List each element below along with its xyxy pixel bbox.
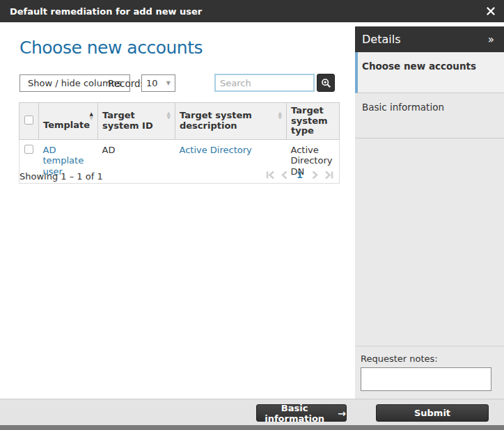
target-system-id-value: AD [102, 145, 116, 155]
sort-icon: ▲▼ [278, 111, 282, 120]
sort-icon: ▲▼ [90, 112, 93, 120]
modal-window: Default remediation for add new user Cho… [0, 0, 504, 430]
last-page-icon[interactable] [324, 170, 334, 180]
row-checkbox[interactable] [24, 145, 33, 154]
page-title: Choose new accounts [19, 38, 203, 58]
close-icon[interactable] [485, 5, 497, 17]
first-page-icon[interactable] [265, 170, 276, 180]
requester-notes-section: Requester notes: [355, 346, 504, 399]
details-title: Details [362, 33, 488, 46]
pagination: 1 [19, 170, 334, 180]
chevron-down-icon: ▼ [166, 80, 171, 86]
previous-page-icon[interactable] [281, 170, 288, 180]
search-button[interactable] [317, 74, 335, 92]
column-header-template[interactable]: ▲▼ Template [39, 103, 98, 140]
select-all-cell [19, 103, 39, 140]
requester-notes-input[interactable] [361, 367, 491, 391]
window-title: Default remediation for add new user [0, 6, 202, 17]
sort-icon: ▲▼ [167, 111, 171, 120]
details-sidebar: Details » Choose new accounts Basic info… [355, 26, 504, 399]
column-header-target-system-description[interactable]: ▲▼ Target system description [175, 103, 287, 140]
target-system-description-link[interactable]: Active Directory [180, 145, 252, 155]
collapse-sidebar-icon[interactable]: » [488, 33, 494, 46]
records-select[interactable]: 10 ▼ [141, 74, 175, 92]
page-number[interactable]: 1 [297, 170, 303, 180]
table-header-row: ▲▼ Template ▲▼ Target system ID ▲▼ Targe… [19, 103, 340, 140]
window-bottom-edge [0, 425, 504, 430]
details-header: Details » [355, 26, 504, 52]
sidebar-item-choose-new-accounts[interactable]: Choose new accounts [355, 52, 504, 93]
next-page-icon[interactable] [311, 170, 319, 180]
search-input[interactable] [214, 74, 315, 92]
titlebar: Default remediation for add new user [0, 0, 504, 22]
column-header-target-system-id[interactable]: ▲▼ Target system ID [98, 103, 175, 140]
requester-notes-label: Requester notes: [361, 353, 498, 364]
records-value: 10 [146, 78, 166, 88]
sidebar-item-basic-information[interactable]: Basic information [355, 93, 504, 138]
search-icon [321, 78, 331, 88]
records-label: Records [108, 78, 145, 89]
column-header-target-system-type[interactable]: Target system type [287, 103, 340, 140]
submit-button[interactable]: Submit [376, 404, 489, 422]
select-all-checkbox[interactable] [24, 116, 33, 125]
arrow-right-icon: → [338, 408, 346, 419]
basic-information-button[interactable]: Basic information → [256, 404, 347, 422]
